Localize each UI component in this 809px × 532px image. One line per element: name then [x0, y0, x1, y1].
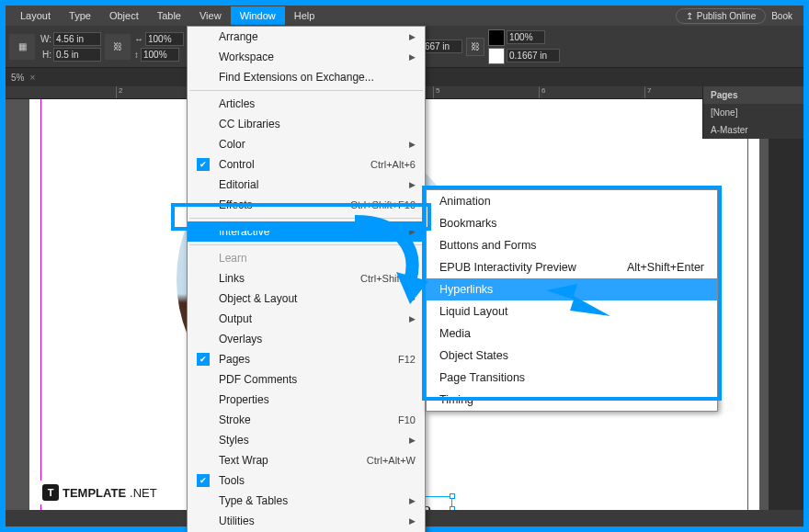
scale-y-input[interactable] — [141, 48, 179, 62]
menu-item-workspace[interactable]: Workspace▶ — [188, 47, 425, 67]
swatch-black[interactable] — [488, 29, 505, 46]
menu-item-tools[interactable]: ✔Tools — [188, 470, 425, 491]
submenu-item-buttons-and-forms[interactable]: Buttons and Forms — [427, 234, 717, 256]
submenu-arrow-icon: ▶ — [409, 180, 416, 189]
submenu-item-label: Liquid Layout — [439, 305, 507, 318]
publish-online-button[interactable]: ↥ Publish Online — [676, 8, 766, 24]
submenu-item-label: Object States — [439, 349, 508, 362]
menu-item-stroke[interactable]: StrokeF10 — [188, 410, 425, 430]
pages-panel-title[interactable]: Pages — [703, 86, 803, 104]
submenu-item-animation[interactable]: Animation — [427, 190, 717, 212]
submenu-arrow-icon: ▶ — [409, 140, 416, 149]
menu-item-label: Type & Tables — [219, 494, 288, 507]
submenu-arrow-icon: ▶ — [409, 516, 416, 526]
height-input[interactable] — [53, 48, 101, 62]
pages-panel-row[interactable]: A-Master — [703, 121, 803, 139]
menu-item-label: Utilities — [219, 515, 255, 527]
publish-label: Publish Online — [697, 11, 756, 21]
menu-item-label: CC Libraries — [219, 118, 280, 130]
shortcut-label: Ctrl+Shift+F10 — [350, 199, 416, 210]
submenu-item-object-states[interactable]: Object States — [427, 345, 717, 367]
submenu-item-label: Timing — [439, 393, 473, 406]
menu-item-control[interactable]: ✔ControlCtrl+Alt+6 — [188, 154, 425, 175]
svg-marker-1 — [546, 284, 610, 316]
opacity-input[interactable] — [507, 30, 545, 44]
submenu-arrow-icon: ▶ — [409, 496, 416, 505]
menu-item-articles[interactable]: Articles — [188, 94, 425, 114]
menu-item-pages[interactable]: ✔PagesF12 — [188, 349, 425, 369]
check-icon: ✔ — [197, 353, 210, 366]
scale-x-input[interactable] — [145, 32, 184, 46]
menu-window[interactable]: Window — [231, 6, 285, 25]
submenu-item-label: Page Transitions — [439, 371, 525, 384]
menu-item-label: Overlays — [219, 333, 262, 345]
ruler-tick: 6 — [539, 86, 545, 98]
upload-icon: ↥ — [686, 11, 693, 21]
menu-item-label: Control — [219, 158, 255, 171]
menu-item-color[interactable]: Color▶ — [188, 134, 425, 154]
reference-point-icon[interactable]: ▦ — [9, 34, 35, 60]
menu-item-editorial[interactable]: Editorial▶ — [188, 175, 425, 195]
shortcut-label: Ctrl+Alt+W — [367, 455, 416, 466]
margin-guide-right — [747, 99, 748, 526]
submenu-item-bookmarks[interactable]: Bookmarks — [427, 212, 717, 234]
corner-link-icon[interactable]: ⛓ — [466, 38, 484, 56]
menu-item-label: Editorial — [219, 178, 258, 191]
annotation-arrow-icon — [346, 212, 447, 304]
menu-item-label: Object & Layout — [219, 292, 297, 305]
brand-t-icon: T — [42, 484, 59, 501]
menu-layout[interactable]: Layout — [11, 6, 60, 25]
menu-table[interactable]: Table — [148, 6, 190, 25]
swatch-white[interactable] — [488, 48, 505, 64]
close-tab-icon[interactable]: × — [29, 73, 35, 83]
menu-item-arrange[interactable]: Arrange▶ — [188, 27, 425, 47]
menu-item-pdf-comments[interactable]: PDF Comments — [188, 369, 425, 390]
menu-item-utilities[interactable]: Utilities▶ — [188, 511, 425, 531]
margin-guide-left — [40, 99, 41, 526]
menu-item-cc-libraries[interactable]: CC Libraries — [188, 114, 425, 134]
submenu-arrow-icon: ▶ — [409, 436, 416, 445]
shortcut-label: Alt+Shift+Enter — [627, 261, 704, 274]
menu-object[interactable]: Object — [100, 6, 148, 25]
menu-item-text-wrap[interactable]: Text WrapCtrl+Alt+W — [188, 450, 425, 470]
shortcut-label: F10 — [398, 414, 416, 425]
menu-item-type-tables[interactable]: Type & Tables▶ — [188, 491, 425, 511]
submenu-item-label: Animation — [439, 195, 491, 208]
pages-panel[interactable]: Pages [None] A-Master — [702, 86, 803, 139]
menu-item-styles[interactable]: Styles▶ — [188, 430, 425, 450]
menu-item-label: Links — [219, 272, 245, 285]
menu-item-properties[interactable]: Properties — [188, 390, 425, 410]
submenu-item-epub-interactivity-preview[interactable]: EPUB Interactivity PreviewAlt+Shift+Ente… — [427, 256, 717, 278]
menu-item-label: Tools — [219, 474, 245, 487]
menu-item-overlays[interactable]: Overlays — [188, 329, 425, 349]
w-label: W: — [39, 34, 51, 44]
submenu-item-page-transitions[interactable]: Page Transitions — [427, 367, 717, 389]
handle-icon[interactable] — [450, 493, 455, 499]
menu-item-label: Learn — [219, 252, 247, 265]
h-label: H: — [39, 50, 51, 60]
constrain-icon[interactable]: ⛓ — [105, 34, 131, 60]
pages-panel-row[interactable]: [None] — [703, 104, 803, 121]
menu-item-label: Stroke — [219, 413, 251, 426]
submenu-arrow-icon: ▶ — [409, 32, 416, 41]
menu-item-label: Workspace — [219, 51, 274, 63]
width-input[interactable] — [53, 32, 101, 46]
zoom-level[interactable]: 5% — [11, 73, 24, 83]
submenu-item-timing[interactable]: Timing — [427, 389, 717, 411]
menu-type[interactable]: Type — [60, 6, 100, 25]
corner-radius-input-2[interactable] — [507, 49, 560, 62]
workspace-book[interactable]: Book — [766, 11, 798, 21]
submenu-item-label: EPUB Interactivity Preview — [439, 261, 576, 274]
brand-suffix: .NET — [130, 486, 157, 500]
menu-item-label: Color — [219, 138, 245, 151]
menu-item-label: Properties — [219, 393, 269, 406]
menu-item-find-extensions-on-exchange-[interactable]: Find Extensions on Exchange... — [188, 67, 425, 87]
menu-item-label: Styles — [219, 434, 249, 447]
submenu-item-media[interactable]: Media — [427, 323, 717, 345]
menu-item-label: Effects — [219, 198, 252, 211]
menu-item-label: Text Wrap — [219, 454, 268, 467]
menu-item-output[interactable]: Output▶ — [188, 309, 425, 329]
menu-view[interactable]: View — [190, 6, 231, 25]
shortcut-label: F12 — [398, 354, 416, 365]
menu-help[interactable]: Help — [285, 6, 325, 25]
